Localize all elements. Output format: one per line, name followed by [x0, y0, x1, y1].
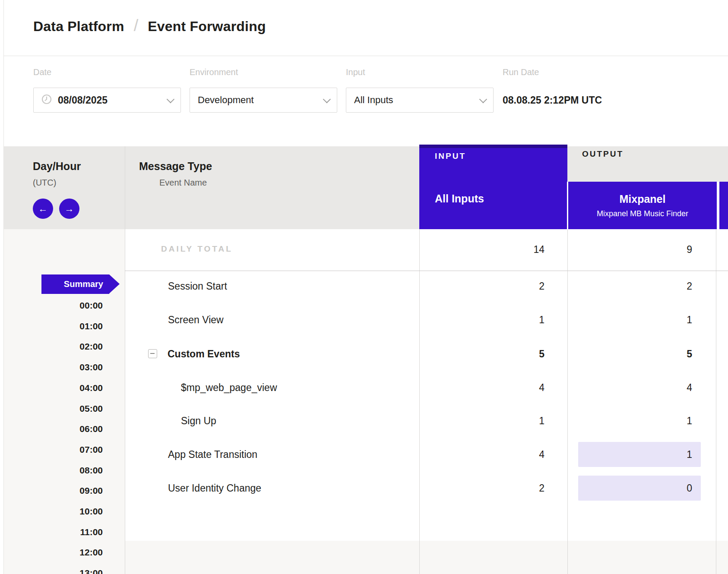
- arrow-right-icon: →: [65, 203, 74, 214]
- output-count-value: 2: [580, 275, 692, 297]
- event-row-label: Session Start: [168, 275, 227, 297]
- event-row-label: Sign Up: [181, 410, 216, 432]
- input-select[interactable]: All Inputs: [346, 88, 494, 113]
- output-column-name: Mixpanel: [620, 193, 666, 205]
- previous-day-button[interactable]: ←: [33, 199, 53, 219]
- output-count-value: 1: [580, 309, 692, 331]
- hour-row-label[interactable]: 13:00: [4, 567, 103, 574]
- input-count-value: 1: [432, 410, 544, 432]
- hour-row-label[interactable]: 05:00: [4, 402, 103, 415]
- hour-row-label[interactable]: 07:00: [4, 443, 103, 456]
- output-count-value: 1: [580, 443, 692, 466]
- event-row-label: Custom Events: [168, 343, 240, 365]
- run-date-label: Run Date: [503, 67, 539, 77]
- date-filter-label: Date: [33, 67, 51, 77]
- output-column-header-mixpanel: Mixpanel Mixpanel MB Music Finder: [567, 182, 718, 229]
- hour-row-label[interactable]: 08:00: [4, 464, 103, 477]
- next-day-button[interactable]: →: [59, 199, 79, 219]
- output-count-value: 1: [580, 410, 692, 432]
- output-column-subtitle: Mixpanel MB Music Finder: [597, 209, 688, 218]
- input-count-value: 1: [432, 309, 544, 331]
- hour-row-label[interactable]: 11:00: [4, 526, 103, 539]
- hour-row-label[interactable]: 03:00: [4, 361, 103, 374]
- chevron-down-icon: [323, 95, 331, 103]
- output-count-value: 5: [580, 343, 692, 365]
- output-count-value: 0: [580, 477, 692, 499]
- column-divider: [125, 146, 125, 574]
- chevron-down-icon: [479, 95, 487, 103]
- daily-total-output-value: 9: [580, 238, 692, 261]
- input-count-value: 5: [432, 343, 544, 365]
- input-column-name: All Inputs: [435, 192, 484, 205]
- input-group-label: INPUT: [435, 151, 466, 161]
- input-count-value: 4: [432, 376, 544, 399]
- daily-total-divider: [125, 271, 728, 271]
- environment-select[interactable]: Development: [190, 88, 337, 113]
- column-divider: [716, 229, 716, 574]
- top-bar: Data Platform / Event Forwarding: [4, 0, 728, 56]
- hour-row-label[interactable]: 10:00: [4, 505, 103, 518]
- clock-icon: [41, 94, 52, 106]
- column-divider: [567, 229, 568, 574]
- event-name-label: Event Name: [159, 178, 207, 188]
- input-count-value: 2: [432, 477, 544, 499]
- output-count-value: 4: [580, 376, 692, 399]
- environment-value: Development: [198, 95, 254, 106]
- summary-row-badge[interactable]: Summary: [41, 274, 109, 294]
- event-row-label: $mp_web_page_view: [181, 376, 277, 399]
- hour-row-label[interactable]: 00:00: [4, 299, 103, 312]
- chevron-down-icon: [167, 95, 174, 103]
- input-column-header: INPUT All Inputs: [419, 145, 567, 229]
- output-column-header-partial: [718, 182, 728, 229]
- daily-total-input-value: 14: [432, 238, 544, 261]
- hour-row-label[interactable]: 01:00: [4, 320, 103, 333]
- run-date-value: 08.08.25 2:12PM UTC: [503, 88, 602, 113]
- day-hour-header: Day/Hour: [33, 160, 81, 173]
- output-group-label: OUTPUT: [582, 149, 624, 159]
- event-row-label: App State Transition: [168, 443, 257, 466]
- input-filter-label: Input: [346, 67, 365, 77]
- input-count-value: 2: [432, 275, 544, 297]
- hour-row-label[interactable]: 12:00: [4, 546, 103, 559]
- collapse-row-button[interactable]: [148, 349, 157, 358]
- hour-row-label[interactable]: 06:00: [4, 423, 103, 435]
- page-title: Event Forwarding: [148, 19, 266, 35]
- daily-total-label: DAILY TOTAL: [161, 244, 233, 254]
- breadcrumb: Data Platform / Event Forwarding: [33, 17, 266, 36]
- breadcrumb-separator: /: [134, 16, 139, 35]
- day-pager: ← →: [33, 199, 79, 219]
- input-count-value: 4: [432, 443, 544, 466]
- event-row-label: Screen View: [168, 309, 224, 331]
- breadcrumb-section[interactable]: Data Platform: [33, 19, 124, 35]
- table-footer-band: [125, 541, 728, 574]
- input-value: All Inputs: [354, 95, 393, 106]
- arrow-left-icon: ←: [38, 203, 48, 214]
- event-forwarding-page: Data Platform / Event Forwarding Date En…: [3, 0, 728, 574]
- hour-row-label[interactable]: 02:00: [4, 340, 103, 353]
- environment-filter-label: Environment: [190, 67, 238, 77]
- date-value: 08/08/2025: [58, 95, 108, 106]
- hour-row-label[interactable]: 09:00: [4, 484, 103, 497]
- date-select[interactable]: 08/08/2025: [33, 88, 181, 113]
- message-type-header: Message Type: [139, 160, 212, 173]
- event-row-label: User Identity Change: [168, 477, 261, 499]
- day-hour-utc-label: (UTC): [33, 178, 56, 188]
- hour-row-label[interactable]: 04:00: [4, 382, 103, 394]
